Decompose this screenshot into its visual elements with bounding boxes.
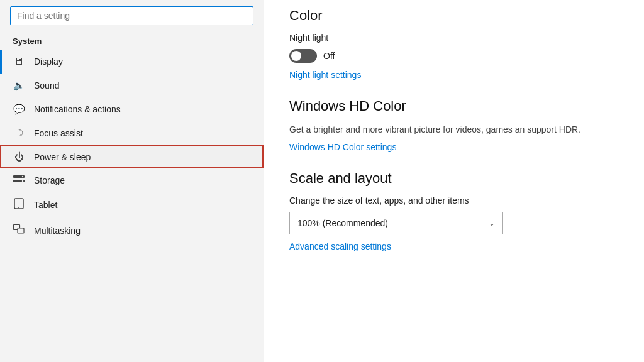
scale-layout-label: Change the size of text, apps, and other… bbox=[289, 195, 619, 206]
sidebar-item-display[interactable]: 🖥 Display bbox=[0, 50, 264, 74]
night-light-status: Off bbox=[323, 51, 335, 61]
sidebar-item-notifications[interactable]: 💬 Notifications & actions bbox=[0, 97, 264, 121]
night-light-settings-link[interactable]: Night light settings bbox=[289, 70, 361, 80]
notifications-icon: 💬 bbox=[13, 104, 25, 115]
focus-assist-icon: ☽ bbox=[13, 128, 25, 139]
svg-point-5 bbox=[18, 207, 19, 208]
sound-icon: 🔈 bbox=[13, 80, 25, 91]
sidebar-item-storage[interactable]: Storage bbox=[0, 168, 264, 192]
svg-point-3 bbox=[22, 180, 23, 182]
color-section: Color Night light Off Night light settin… bbox=[289, 8, 619, 80]
sidebar-item-label: Display bbox=[34, 57, 63, 67]
main-content: Color Night light Off Night light settin… bbox=[264, 0, 644, 362]
search-input[interactable] bbox=[10, 6, 253, 25]
display-icon: 🖥 bbox=[13, 56, 25, 67]
sidebar-item-label: Power & sleep bbox=[34, 152, 91, 162]
sidebar-item-label: Tablet bbox=[34, 200, 57, 210]
power-sleep-icon: ⏻ bbox=[13, 151, 25, 162]
sidebar-section-title: System bbox=[0, 30, 264, 50]
sidebar-item-label: Multitasking bbox=[34, 226, 80, 236]
color-heading: Color bbox=[289, 8, 619, 24]
sidebar-item-sound[interactable]: 🔈 Sound bbox=[0, 74, 264, 97]
sidebar-item-multitasking[interactable]: Multitasking bbox=[0, 218, 264, 243]
svg-point-2 bbox=[22, 176, 23, 177]
advanced-scaling-link[interactable]: Advanced scaling settings bbox=[289, 241, 391, 251]
windows-hd-color-section: Windows HD Color Get a brighter and more… bbox=[289, 98, 619, 153]
sidebar-item-tablet[interactable]: Tablet bbox=[0, 192, 264, 218]
multitasking-icon bbox=[13, 224, 25, 237]
windows-hd-color-heading: Windows HD Color bbox=[289, 98, 619, 114]
storage-icon bbox=[13, 175, 25, 185]
svg-rect-7 bbox=[18, 228, 24, 233]
sidebar-item-label: Storage bbox=[34, 175, 65, 185]
chevron-down-icon: ⌄ bbox=[489, 219, 495, 228]
night-light-toggle-row: Off bbox=[289, 49, 619, 63]
search-bar-area bbox=[0, 0, 264, 30]
sidebar-item-label: Sound bbox=[34, 80, 59, 90]
sidebar: System 🖥 Display 🔈 Sound 💬 Notifications… bbox=[0, 0, 264, 362]
scale-dropdown-container: 100% (Recommended) ⌄ bbox=[289, 212, 619, 234]
scale-layout-section: Scale and layout Change the size of text… bbox=[289, 170, 619, 252]
windows-hd-color-settings-link[interactable]: Windows HD Color settings bbox=[289, 142, 396, 152]
scale-dropdown[interactable]: 100% (Recommended) ⌄ bbox=[289, 212, 503, 234]
scale-dropdown-value: 100% (Recommended) bbox=[297, 218, 388, 228]
night-light-label: Night light bbox=[289, 33, 619, 43]
sidebar-item-power-sleep[interactable]: ⏻ Power & sleep bbox=[0, 145, 264, 168]
windows-hd-color-description: Get a brighter and more vibrant picture … bbox=[289, 123, 619, 136]
night-light-toggle[interactable] bbox=[289, 49, 317, 63]
sidebar-item-focus-assist[interactable]: ☽ Focus assist bbox=[0, 121, 264, 145]
scale-layout-heading: Scale and layout bbox=[289, 170, 619, 187]
sidebar-item-label: Focus assist bbox=[34, 128, 83, 138]
tablet-icon bbox=[13, 198, 25, 212]
sidebar-item-label: Notifications & actions bbox=[34, 104, 121, 114]
